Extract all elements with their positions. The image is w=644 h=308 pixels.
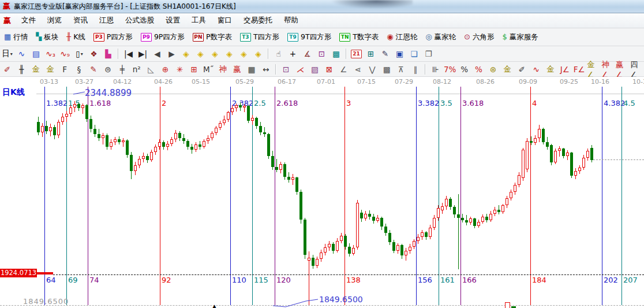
gold-ratio-tool-1[interactable]: 金 <box>29 64 43 75</box>
menu-item-4[interactable]: 江恩 <box>93 14 119 26</box>
circle-cross-tool[interactable]: ⊕ <box>159 64 172 75</box>
parallel-lines-tool[interactable]: ∥ <box>409 64 422 75</box>
period-day-button[interactable]: 日▾ <box>1 48 14 60</box>
gann-time-line-4[interactable] <box>530 87 531 305</box>
save-web-button[interactable]: ❏ <box>407 48 421 60</box>
chart-9-icon[interactable]: ∿₉ <box>58 48 72 60</box>
gann-time-line-3.382[interactable] <box>416 87 417 305</box>
gann-time-line-2.618[interactable] <box>275 87 275 305</box>
angle-pen-tool[interactable]: ∠ <box>337 64 350 75</box>
info-doc-icon[interactable]: ▤ <box>29 48 43 60</box>
t9-square-button[interactable]: T99T四方形 <box>283 30 335 44</box>
gann-wheel-button[interactable]: ◉江恩轮 <box>383 30 421 44</box>
hatch-tool[interactable]: ╪ <box>115 64 129 75</box>
fib-f-tool[interactable]: F <box>58 64 72 75</box>
spiral-tool[interactable]: § <box>73 64 86 75</box>
v-compress-button[interactable]: ◈ <box>208 48 222 60</box>
knife-tool[interactable]: ✐ <box>1 64 14 75</box>
x-box-tool[interactable]: ⊠ <box>323 64 336 75</box>
first-bar-button[interactable]: |◀ <box>122 48 135 60</box>
hand-tool-button[interactable]: ☝ <box>272 48 285 60</box>
percent-7-tool[interactable]: 7% <box>443 64 456 75</box>
hexagon-button[interactable]: ⊙六角形 <box>460 30 498 44</box>
count-grid-tool[interactable]: ▦ <box>245 64 258 75</box>
gann-time-line-4.5[interactable] <box>621 87 622 305</box>
hv-expand-button[interactable]: ◈ <box>252 48 265 60</box>
kline-button[interactable]: ╫K线 <box>62 30 89 44</box>
v-expand-button[interactable]: ◈ <box>223 48 236 60</box>
chart-3-icon[interactable]: ∿₃ <box>44 48 57 60</box>
f-angle-tool[interactable]: F∠ <box>572 64 586 75</box>
last-bar-button[interactable]: ▶| <box>136 48 149 60</box>
calendar-button[interactable]: 21 <box>350 48 363 60</box>
gann-time-line-2[interactable] <box>160 87 160 305</box>
h-expand-button[interactable]: ◈ <box>194 48 207 60</box>
percent-tool[interactable]: % <box>458 64 471 75</box>
menu-item-6[interactable]: 设置 <box>160 14 186 26</box>
ying-tool[interactable]: 赢 <box>231 64 244 75</box>
p-square-button[interactable]: P3P四方形 <box>89 30 137 44</box>
sectors-button[interactable]: ▚板块 <box>32 30 62 44</box>
p9-square-button[interactable]: P99P四方形 <box>137 30 189 44</box>
winner-service-button[interactable]: $赢家服务 <box>498 30 542 44</box>
t-number-table-button[interactable]: TNT数字表 <box>335 30 383 44</box>
frame-tool[interactable]: ⊡ <box>279 64 293 75</box>
winner-wheel-button[interactable]: ◎赢家轮 <box>421 30 460 44</box>
set-square-tool[interactable]: ◺ <box>144 64 158 75</box>
v-wave-tool[interactable]: ⋁ <box>366 64 379 75</box>
menu-item-5[interactable]: 公式选股 <box>119 14 160 26</box>
menu-item-1[interactable]: 文件 <box>16 14 42 26</box>
gann-time-line-4.382[interactable] <box>602 87 602 305</box>
candle-style-button[interactable]: ▯▾ <box>73 48 86 60</box>
j-angle-tool[interactable]: J∠ <box>558 64 571 75</box>
span-arrow-tool[interactable]: ↔ <box>259 64 272 75</box>
gann-time-line-2.382[interactable] <box>230 87 231 305</box>
percent-lines-tool[interactable]: % <box>472 64 485 75</box>
fan-lines-tool[interactable]: ⋌ <box>294 64 307 75</box>
grid-ruler-tool[interactable]: ╫ <box>15 64 28 75</box>
gann-time-line-3.5[interactable] <box>439 87 439 305</box>
angle-line-tool[interactable]: ⋖ <box>351 64 365 75</box>
m-wave-tool[interactable]: M˝ <box>202 64 215 75</box>
menu-item-3[interactable]: 资讯 <box>68 14 93 26</box>
menu-item-9[interactable]: 交易委托 <box>238 14 278 26</box>
gann-time-line-3[interactable] <box>345 87 345 305</box>
pen-tool[interactable]: ✎ <box>87 64 100 75</box>
gann-time-line-3.618[interactable] <box>460 87 461 305</box>
crosshair-tool-button[interactable]: + <box>286 48 299 60</box>
kline-chart-area[interactable]: 日K线 03-1303-2704-1204-2605-1505-2906-170… <box>0 77 644 308</box>
zigzag-icon[interactable]: ∿ <box>15 48 28 60</box>
region-tool-button[interactable]: ⊡ <box>315 48 328 60</box>
gold-line-tool[interactable]: 金 <box>501 64 514 75</box>
labyrinth-icon[interactable]: ▩ <box>330 48 343 60</box>
shen-tool[interactable]: 神 <box>216 64 230 75</box>
t-square-button[interactable]: T3T四方形 <box>236 30 283 44</box>
fan-grid-tool[interactable]: ▨ <box>308 64 321 75</box>
bar-scale-tool[interactable]: ⊪ <box>429 64 442 75</box>
circle-grid-tool[interactable]: ⊜ <box>101 64 114 75</box>
wave-red-tool[interactable]: ∿ <box>530 64 543 75</box>
candle-pen-tool[interactable]: ✐ <box>515 64 529 75</box>
gold-ratio-tool-2[interactable]: 金 <box>44 64 57 75</box>
shen-angle-tool[interactable]: 神∠ <box>601 64 615 75</box>
hv-compress-button[interactable]: ◈ <box>237 48 250 60</box>
next-bar-button[interactable]: ▶ <box>165 48 178 60</box>
gold-red-tool[interactable]: 金 <box>544 64 557 75</box>
arrow-grid-tool[interactable]: ⊼ <box>394 64 407 75</box>
prev-bar-button[interactable]: ◀ <box>151 48 164 60</box>
menu-item-10[interactable]: 帮助 <box>278 14 304 26</box>
web-grid-tool[interactable]: ⊞ <box>188 64 201 75</box>
measure-tool-button[interactable]: ∡ <box>301 48 314 60</box>
menu-item-8[interactable]: 窗口 <box>212 14 238 26</box>
dot-grid-tool[interactable]: ▩ <box>380 64 394 75</box>
star-point-tool[interactable]: ✳ <box>173 64 186 75</box>
save-button[interactable]: ▣ <box>393 48 406 60</box>
calculator-button[interactable]: ⊞ <box>364 48 377 60</box>
notes-button[interactable]: ✎ <box>379 48 392 60</box>
n-square-tool[interactable]: n² <box>130 64 143 75</box>
histogram-icon[interactable]: ▙ <box>102 48 115 60</box>
menu-item-7[interactable]: 工具 <box>186 14 212 26</box>
si-angle-tool[interactable]: 四∠ <box>630 64 643 75</box>
h-compress-button[interactable]: ◈ <box>179 48 193 60</box>
p-number-table-button[interactable]: PNP数字表 <box>189 30 236 44</box>
